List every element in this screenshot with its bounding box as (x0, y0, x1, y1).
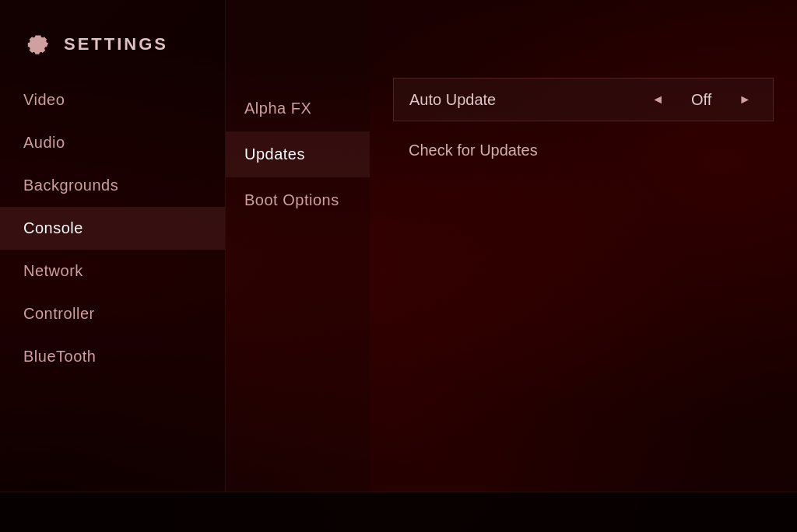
settings-title: SETTINGS (64, 34, 168, 54)
middle-panel: Alpha FX Updates Boot Options (226, 0, 370, 492)
sidebar-item-audio[interactable]: Audio (0, 121, 225, 164)
sidebar-item-console[interactable]: Console (0, 207, 225, 250)
middle-item-alpha-fx[interactable]: Alpha FX (226, 86, 370, 131)
auto-update-value: Off (678, 91, 725, 109)
sidebar-item-video[interactable]: Video (0, 79, 225, 121)
content-area: SETTINGS Video Audio Backgrounds Console… (0, 0, 797, 492)
auto-update-label: Auto Update (409, 91, 637, 109)
sidebar: SETTINGS Video Audio Backgrounds Console… (0, 0, 226, 492)
sidebar-item-controller[interactable]: Controller (0, 292, 225, 335)
bottom-bar (0, 492, 797, 532)
sidebar-item-backgrounds[interactable]: Backgrounds (0, 164, 225, 207)
middle-item-updates[interactable]: Updates (226, 131, 370, 177)
main-container: SETTINGS Video Audio Backgrounds Console… (0, 0, 797, 532)
sidebar-item-network[interactable]: Network (0, 250, 225, 292)
settings-header: SETTINGS (0, 16, 225, 79)
middle-nav: Alpha FX Updates Boot Options (226, 8, 370, 223)
auto-update-arrow-right[interactable]: ► (732, 89, 757, 110)
sidebar-nav: Video Audio Backgrounds Console Network … (0, 79, 225, 378)
right-panel: Auto Update ◄ Off ► Check for Updates (370, 0, 797, 492)
sidebar-item-bluetooth[interactable]: BlueTooth (0, 335, 225, 378)
middle-item-boot-options[interactable]: Boot Options (226, 177, 370, 223)
auto-update-arrow-left[interactable]: ◄ (645, 89, 670, 110)
check-updates-row[interactable]: Check for Updates (393, 128, 774, 173)
gear-icon (23, 30, 53, 59)
auto-update-row: Auto Update ◄ Off ► (393, 78, 774, 121)
